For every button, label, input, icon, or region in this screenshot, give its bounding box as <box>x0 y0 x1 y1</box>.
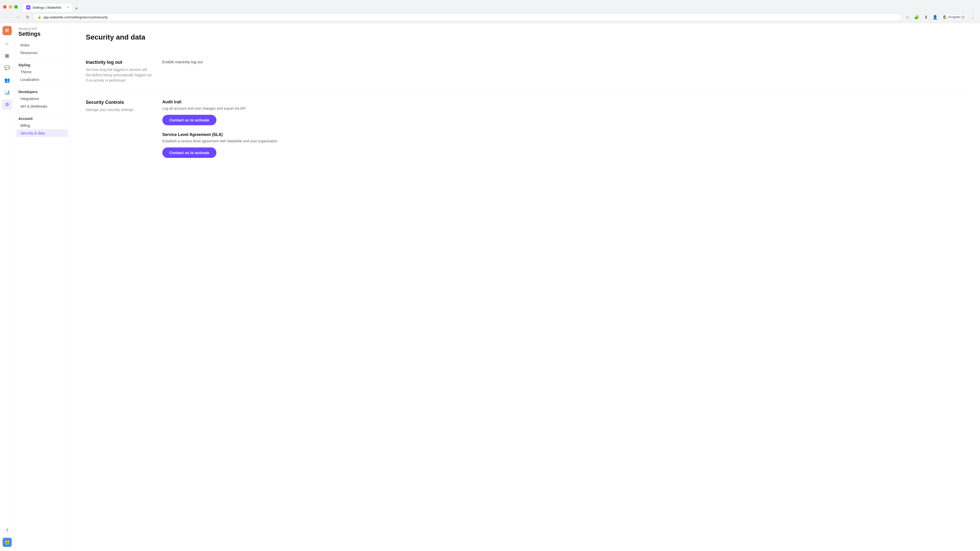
sidebar-item-billing[interactable]: Billing <box>16 122 68 129</box>
security-content: Audit trail Log all account and user cha… <box>162 100 965 165</box>
sidebar-item-resources[interactable]: Resources <box>16 49 68 57</box>
security-info: Security Controls Manage your security s… <box>86 100 152 165</box>
url-text: app.waitwhile.com/settings/account/secur… <box>43 15 108 19</box>
nav-chart[interactable]: 📊 <box>2 87 12 97</box>
nav-home[interactable]: ⌂ <box>2 38 12 48</box>
inactivity-toggle-label: Enable inactivity log out <box>162 60 965 64</box>
sidebar-section-developers: Developers <box>14 88 70 95</box>
tab-favicon: M <box>26 5 30 10</box>
incognito-label: Incognito (2) <box>948 15 965 19</box>
nav-help[interactable]: ? <box>2 526 12 536</box>
bookmark-button[interactable]: ☆ <box>904 13 912 21</box>
sidebar-title: Settings <box>18 30 66 37</box>
sidebar-divider-1 <box>14 59 70 59</box>
browser-titlebar: M Settings | Waitwhile × + <box>0 0 980 11</box>
tab-close-button[interactable]: × <box>67 6 68 9</box>
window-controls <box>3 5 18 9</box>
tab-bar: M Settings | Waitwhile × + <box>20 3 82 11</box>
forward-button[interactable]: → <box>13 13 21 21</box>
security-desc: Manage your security settings. <box>86 107 152 113</box>
avatar[interactable]: M <box>3 26 12 35</box>
sidebar-item-security-data[interactable]: Security & data <box>16 129 68 137</box>
sidebar-item-theme[interactable]: Theme <box>16 68 68 76</box>
nav-calendar[interactable]: ▦ <box>2 51 12 61</box>
sidebar-item-localization[interactable]: Localization <box>16 76 68 83</box>
reload-button[interactable]: ↻ <box>24 13 32 21</box>
inactivity-info: Inactivity log out Set how long the logg… <box>86 60 152 83</box>
incognito-badge[interactable]: 🕵 Incognito (2) <box>940 14 968 20</box>
inactivity-content: Enable inactivity log out <box>162 60 965 83</box>
inactivity-section: Inactivity log out Set how long the logg… <box>86 52 965 92</box>
tab-title: Settings | Waitwhile <box>32 6 61 10</box>
lock-icon: 🔒 <box>38 15 41 19</box>
page-title: Security and data <box>86 33 965 41</box>
sla-subsection: Service Level Agreement (SLA) Establish … <box>162 132 965 158</box>
incognito-icon: 🕵 <box>943 15 947 19</box>
close-window-button[interactable] <box>3 5 6 9</box>
minimize-window-button[interactable] <box>9 5 12 9</box>
app-container: M ⌂ ▦ 💬 👥 📊 ⚙ ? 🐱 Moodjoy7434 Settings R… <box>0 23 980 551</box>
main-content: Security and data Inactivity log out Set… <box>70 23 980 551</box>
inactivity-desc: Set how long the logged in session will … <box>86 67 152 83</box>
new-tab-button[interactable]: + <box>73 6 80 11</box>
maximize-window-button[interactable] <box>14 5 18 9</box>
nav-settings[interactable]: ⚙ <box>2 100 12 110</box>
menu-button[interactable]: ⋮ <box>969 13 977 21</box>
extensions-button[interactable]: 🧩 <box>913 13 921 21</box>
sidebar-section-account: Account <box>14 114 70 122</box>
security-controls-section: Security Controls Manage your security s… <box>86 92 965 173</box>
sla-desc: Establish a service-level agreement with… <box>162 138 965 144</box>
audit-trail-desc: Log all account and user changes and exp… <box>162 106 965 111</box>
inactivity-title: Inactivity log out <box>86 60 152 65</box>
user-avatar[interactable]: 🐱 <box>3 538 12 547</box>
nav-team[interactable]: 👥 <box>2 75 12 85</box>
profile-button[interactable]: 👤 <box>931 13 939 21</box>
sla-activate-button[interactable]: Contact us to activate <box>162 148 216 158</box>
sidebar-section-styling: Styling <box>14 61 70 68</box>
sidebar-item-api-webhooks[interactable]: API & Webhooks <box>16 103 68 110</box>
download-button[interactable]: ⬇ <box>922 13 930 21</box>
sidebar-username: Moodjoy7434 <box>18 27 66 30</box>
sidebar-item-integrations[interactable]: Integrations <box>16 95 68 103</box>
audit-trail-activate-button[interactable]: Contact us to activate <box>162 115 216 125</box>
address-bar[interactable]: 🔒 app.waitwhile.com/settings/account/sec… <box>34 14 901 21</box>
active-tab[interactable]: M Settings | Waitwhile × <box>22 3 73 11</box>
browser-chrome: M Settings | Waitwhile × + ← → ↻ 🔒 app.w… <box>0 0 980 23</box>
back-button[interactable]: ← <box>3 13 11 21</box>
sla-title: Service Level Agreement (SLA) <box>162 132 965 137</box>
sidebar-divider-3 <box>14 112 70 113</box>
nav-chat[interactable]: 💬 <box>2 63 12 73</box>
sidebar-item-roles[interactable]: Roles <box>16 41 68 49</box>
icon-nav: M ⌂ ▦ 💬 👥 📊 ⚙ ? 🐱 <box>0 23 14 551</box>
sidebar: Moodjoy7434 Settings Roles Resources Sty… <box>14 23 70 551</box>
security-title: Security Controls <box>86 100 152 105</box>
audit-trail-subsection: Audit trail Log all account and user cha… <box>162 100 965 125</box>
toolbar-actions: ☆ 🧩 ⬇ 👤 🕵 Incognito (2) ⋮ <box>904 13 977 21</box>
browser-toolbar: ← → ↻ 🔒 app.waitwhile.com/settings/accou… <box>0 11 980 23</box>
sidebar-header: Moodjoy7434 Settings <box>14 27 70 41</box>
audit-trail-title: Audit trail <box>162 100 965 104</box>
